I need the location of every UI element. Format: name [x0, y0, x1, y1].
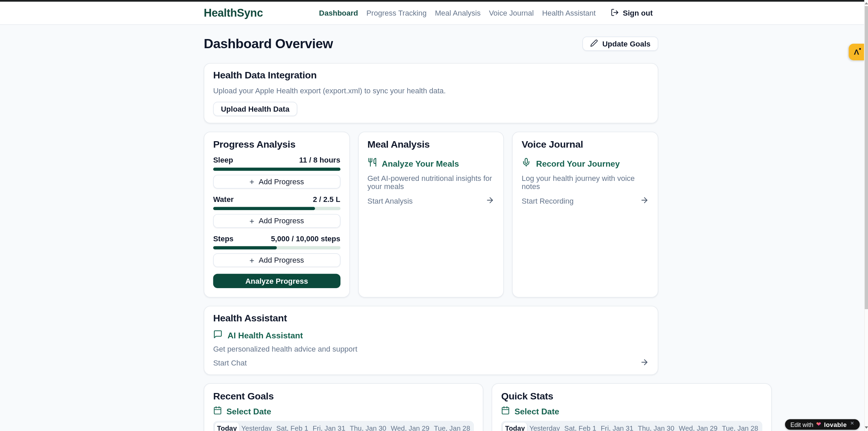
arrow-right-icon	[640, 358, 649, 368]
date-tab[interactable]: Thu, Jan 30	[348, 423, 389, 431]
add-progress-label: Add Progress	[259, 256, 304, 264]
date-tab[interactable]: Fri, Jan 31	[599, 423, 636, 431]
app-header: HealthSync Dashboard Progress Tracking M…	[0, 2, 864, 25]
sign-out-label: Sign out	[623, 9, 653, 17]
lovable-brand: lovable	[824, 421, 847, 428]
logout-icon	[610, 8, 619, 18]
assistant-side-tab[interactable]: Λ	[849, 44, 864, 60]
card-description: Get personalized health advice and suppo…	[213, 345, 649, 353]
card-description: Get AI-powered nutritional insights for …	[367, 174, 494, 191]
select-date-button[interactable]: Select Date	[501, 406, 762, 416]
calendar-icon	[213, 406, 222, 416]
add-progress-label: Add Progress	[259, 177, 304, 186]
add-progress-button[interactable]: + Add Progress	[213, 253, 340, 267]
card-title: Progress Analysis	[213, 139, 340, 150]
date-tab[interactable]: Today	[215, 423, 239, 431]
progress-analysis-card: Progress Analysis Sleep 11 / 8 hours	[204, 132, 350, 298]
goal-list: Sleep 11 / 8 hours + Add Progress	[213, 156, 340, 274]
date-tab[interactable]: Tue, Jan 28	[720, 423, 761, 431]
feature-link-label: Record Your Journey	[536, 158, 620, 168]
goal-label: Sleep	[213, 156, 233, 164]
nav-health-assistant[interactable]: Health Assistant	[542, 9, 596, 17]
date-tab[interactable]: Sat, Feb 1	[274, 423, 311, 431]
page-title: Dashboard Overview	[204, 36, 333, 52]
date-tab[interactable]: Fri, Jan 31	[311, 423, 348, 431]
app-root: HealthSync Dashboard Progress Tracking M…	[0, 0, 868, 431]
microphone-icon	[522, 157, 531, 169]
date-tab[interactable]: Wed, Jan 29	[677, 423, 720, 431]
progress-fill	[213, 207, 315, 210]
quick-stats-card: Quick Stats Select Date TodayYesterdaySa…	[492, 383, 772, 431]
card-title: Meal Analysis	[367, 139, 494, 150]
ai-health-assistant-link[interactable]: AI Health Assistant	[213, 330, 649, 341]
scrollbar[interactable]	[864, 0, 868, 431]
nav-progress-tracking[interactable]: Progress Tracking	[366, 9, 426, 17]
lovable-prefix: Edit with	[790, 421, 813, 428]
start-recording-action[interactable]: Start Recording	[522, 196, 649, 206]
add-progress-button[interactable]: + Add Progress	[213, 175, 340, 189]
plus-icon: +	[249, 177, 254, 186]
update-goals-label: Update Goals	[602, 40, 651, 48]
card-title: Health Assistant	[213, 313, 649, 324]
scrollbar-up-arrow[interactable]	[865, 2, 868, 5]
utensils-icon	[367, 157, 377, 169]
date-tab[interactable]: Thu, Jan 30	[636, 423, 677, 431]
progress-track	[213, 168, 340, 171]
lovable-close-icon[interactable]: ✕	[850, 420, 854, 426]
lovable-badge[interactable]: Edit with ❤ lovable ✕	[785, 419, 860, 430]
analyze-progress-button[interactable]: Analyze Progress	[213, 274, 340, 288]
health-assistant-card: Health Assistant AI Health Assistant Get…	[204, 306, 658, 375]
page: HealthSync Dashboard Progress Tracking M…	[0, 2, 864, 431]
record-your-journey-link[interactable]: Record Your Journey	[522, 157, 649, 169]
scrollbar-down-arrow[interactable]	[865, 426, 868, 429]
goal-row: Sleep 11 / 8 hours + Add Progress	[213, 156, 340, 195]
pencil-icon	[590, 39, 598, 49]
main-nav: Dashboard Progress Tracking Meal Analysi…	[319, 7, 656, 19]
add-progress-button[interactable]: + Add Progress	[213, 214, 340, 228]
scrollbar-thumb[interactable]	[865, 6, 868, 309]
nav-voice-journal[interactable]: Voice Journal	[489, 9, 534, 17]
date-tab[interactable]: Yesterday	[527, 423, 562, 431]
start-analysis-action[interactable]: Start Analysis	[367, 196, 494, 206]
card-title: Quick Stats	[501, 390, 762, 402]
goal-value: 2 / 2.5 L	[313, 195, 340, 203]
nav-meal-analysis[interactable]: Meal Analysis	[435, 9, 481, 17]
plus-icon: +	[249, 217, 254, 225]
card-title: Voice Journal	[522, 139, 649, 150]
start-chat-action[interactable]: Start Chat	[213, 358, 649, 368]
card-title: Health Data Integration	[213, 70, 649, 81]
select-date-label: Select Date	[514, 407, 559, 416]
sign-out-button[interactable]: Sign out	[607, 7, 656, 19]
goal-value: 11 / 8 hours	[299, 156, 340, 164]
calendar-icon	[501, 406, 510, 416]
goal-label: Steps	[213, 235, 233, 243]
chat-bubble-icon	[213, 330, 223, 341]
date-tab[interactable]: Today	[503, 423, 527, 431]
upload-health-data-button[interactable]: Upload Health Data	[213, 102, 297, 116]
health-data-integration-card: Health Data Integration Upload your Appl…	[204, 63, 658, 124]
progress-track	[213, 207, 340, 210]
arrow-right-icon	[486, 196, 495, 206]
action-label: Start Analysis	[367, 197, 412, 205]
goal-value: 5,000 / 10,000 steps	[271, 235, 340, 243]
voice-journal-card: Voice Journal Record Your Journey Log yo…	[512, 132, 658, 298]
analyze-your-meals-link[interactable]: Analyze Your Meals	[367, 157, 494, 169]
heart-icon: ❤	[816, 421, 821, 428]
update-goals-button[interactable]: Update Goals	[582, 37, 658, 51]
meal-analysis-card: Meal Analysis Analyze Your Meals Get AI-…	[358, 132, 504, 298]
action-label: Start Recording	[522, 197, 574, 205]
goal-label: Water	[213, 195, 233, 203]
card-description: Upload your Apple Health export (export.…	[213, 87, 649, 95]
date-tab[interactable]: Sat, Feb 1	[562, 423, 599, 431]
date-tab[interactable]: Yesterday	[239, 423, 274, 431]
date-tab[interactable]: Tue, Jan 28	[432, 423, 473, 431]
progress-fill	[213, 168, 340, 171]
select-date-button[interactable]: Select Date	[213, 406, 474, 416]
nav-dashboard[interactable]: Dashboard	[319, 9, 358, 17]
goal-row: Steps 5,000 / 10,000 steps + Add Progres…	[213, 235, 340, 274]
feature-link-label: Analyze Your Meals	[382, 158, 459, 168]
date-tab[interactable]: Wed, Jan 29	[389, 423, 432, 431]
progress-fill	[213, 246, 277, 249]
card-description: Log your health journey with voice notes	[522, 174, 649, 191]
progress-track	[213, 246, 340, 249]
